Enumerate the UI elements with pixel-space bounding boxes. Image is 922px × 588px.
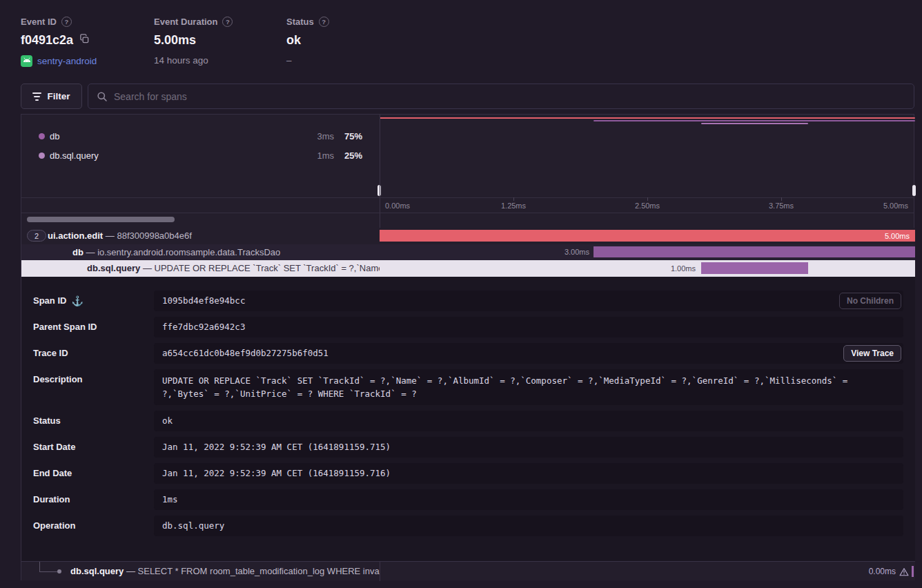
detail-row-operation: Operation db.sql.query [33, 516, 903, 536]
span-desc: SELECT * FROM room_table_modification_lo… [138, 566, 380, 576]
legend-item-db-sql-query[interactable]: db.sql.query 1ms 25% [21, 146, 380, 165]
minimap-span-db-sql-query [701, 123, 808, 124]
tree-connector [39, 562, 40, 571]
event-duration-ago: 14 hours ago [154, 55, 208, 66]
help-icon[interactable]: ? [61, 17, 72, 27]
span-desc: UPDATE OR REPLACE `Track` SET `TrackId` … [155, 263, 380, 273]
detail-label: Status [33, 411, 61, 431]
trace-view-panel: db 3ms 75% db.sql.query 1ms 25% 0.00ms 1… [21, 114, 914, 580]
span-duration-bar [594, 246, 915, 257]
android-platform-icon [21, 55, 32, 67]
axis-tick [647, 197, 648, 201]
span-duration-label: 3.00ms [565, 244, 589, 260]
span-row-ui-action-edit[interactable]: 2 ui.action.edit — 88f300998a0b4e6f 5.00… [21, 228, 915, 244]
detail-row-status: Status ok [33, 411, 903, 431]
horizontal-scrollbar-thumb[interactable] [27, 217, 175, 222]
span-row-db-sql-query-selected[interactable]: db.sql.query — UPDATE OR REPLACE `Track`… [21, 260, 915, 277]
legend-dot [39, 153, 45, 159]
span-children-badge[interactable]: 2 [27, 230, 46, 242]
parent-span-id-value: ffe7dbc92a6942c3 [154, 317, 903, 337]
description-value: UPDATE OR REPLACE `Track` SET `TrackId` … [154, 369, 903, 405]
start-date-value: Jan 11, 2022 9:52:39 AM CET (1641891159.… [154, 437, 903, 458]
tree-connector [39, 571, 57, 572]
tree-leaf-dot [57, 569, 61, 574]
span-tree: 2 ui.action.edit — 88f300998a0b4e6f 5.00… [21, 228, 915, 277]
span-detail-panel: Span ID ⚓ 1095bd4ef8e94bcc No Children P… [21, 277, 915, 561]
detail-row-end-date: End Date Jan 11, 2022 9:52:39 AM CET (16… [33, 463, 903, 484]
status-block: Status ? ok – [286, 17, 329, 66]
detail-row-start-date: Start Date Jan 11, 2022 9:52:39 AM CET (… [33, 437, 903, 458]
trace-id-value: a654cc61dc0b48ef9d0b27275b6f0d51 View Tr… [154, 343, 903, 364]
status-sub: – [286, 55, 292, 66]
span-id-value: 1095bd4ef8e94bcc No Children [154, 291, 903, 311]
event-duration-value: 5.00ms [154, 33, 196, 48]
span-desc: io.sentry.android.roomsample.data.Tracks… [97, 247, 280, 257]
no-children-button[interactable]: No Children [839, 293, 901, 309]
detail-row-span-id: Span ID ⚓ 1095bd4ef8e94bcc No Children [33, 291, 903, 311]
filter-button[interactable]: Filter [21, 84, 82, 109]
help-icon[interactable]: ? [222, 17, 233, 27]
minimap-span-db [594, 120, 915, 121]
span-duration-bar [912, 566, 914, 577]
detail-row-trace-id: Trace ID a654cc61dc0b48ef9d0b27275b6f0d5… [33, 343, 903, 364]
span-separator: — [86, 247, 95, 257]
divider-line [21, 197, 914, 198]
end-date-value: Jan 11, 2022 9:52:39 AM CET (1641891159.… [154, 463, 903, 484]
axis-label: 2.50ms [635, 202, 660, 210]
span-row-db[interactable]: 1 db — io.sentry.android.roomsample.data… [21, 244, 915, 260]
span-row-footer-db-sql-query[interactable]: db.sql.query — SELECT * FROM room_table_… [21, 561, 915, 580]
event-id-value: f0491c2a [21, 33, 73, 48]
search-input[interactable] [114, 91, 905, 102]
span-search[interactable] [88, 84, 914, 109]
detail-label: Description [33, 369, 83, 390]
detail-value: 1095bd4ef8e94bcc [162, 295, 245, 306]
filter-button-label: Filter [47, 91, 70, 101]
copy-icon[interactable] [79, 33, 90, 48]
detail-value: a654cc61dc0b48ef9d0b27275b6f0d51 [162, 348, 328, 358]
detail-label: Duration [33, 489, 70, 510]
event-duration-block: Event Duration ? 5.00ms 14 hours ago [154, 17, 233, 66]
span-op: ui.action.edit [48, 231, 103, 241]
column-resize-divider [380, 562, 380, 581]
axis-label: 1.25ms [501, 202, 526, 210]
legend-item-db[interactable]: db 3ms 75% [21, 126, 380, 146]
divider-line [21, 213, 914, 213]
span-op: db.sql.query [87, 263, 140, 273]
legend-dot [39, 133, 45, 139]
anchor-icon[interactable]: ⚓ [71, 291, 83, 311]
legend-duration: 3ms [317, 131, 334, 141]
detail-row-parent-span-id: Parent Span ID ffe7dbc92a6942c3 [33, 317, 903, 337]
legend-percent: 25% [344, 150, 362, 161]
span-duration-bar [380, 230, 915, 242]
span-separator: — [106, 231, 115, 241]
status-value: ok [154, 411, 903, 431]
axis-label: 3.75ms [769, 202, 794, 210]
operation-value: db.sql.query [154, 516, 903, 536]
minimap-right-handle[interactable] [912, 185, 916, 196]
legend-duration: 1ms [317, 150, 334, 161]
span-duration-label: 0.00ms [869, 567, 896, 576]
span-op: db [72, 247, 84, 257]
span-duration-bar [701, 262, 808, 274]
event-id-block: Event ID ? f0491c2a sentry-android [21, 17, 97, 67]
search-icon [97, 91, 108, 102]
detail-row-description: Description UPDATE OR REPLACE `Track` SE… [33, 369, 903, 405]
view-trace-button[interactable]: View Trace [843, 345, 901, 362]
minimap-span-ui-action-edit [380, 117, 915, 119]
legend-op-name: db.sql.query [50, 150, 99, 161]
axis-label: 0.00ms [385, 202, 410, 210]
warning-icon [899, 567, 909, 576]
legend-op-name: db [50, 131, 59, 141]
detail-label: Operation [33, 516, 75, 536]
detail-value: ffe7dbc92a6942c3 [162, 322, 245, 332]
detail-label: End Date [33, 463, 72, 484]
help-icon[interactable]: ? [319, 17, 329, 27]
span-desc: 88f300998a0b4e6f [117, 231, 191, 241]
detail-label: Trace ID [33, 343, 68, 364]
filter-icon [32, 92, 41, 101]
project-link[interactable]: sentry-android [37, 56, 97, 66]
event-id-label: Event ID [21, 17, 57, 27]
detail-label: Parent Span ID [33, 317, 97, 337]
duration-value: 1ms [154, 489, 903, 510]
span-op: db.sql.query [70, 566, 124, 576]
